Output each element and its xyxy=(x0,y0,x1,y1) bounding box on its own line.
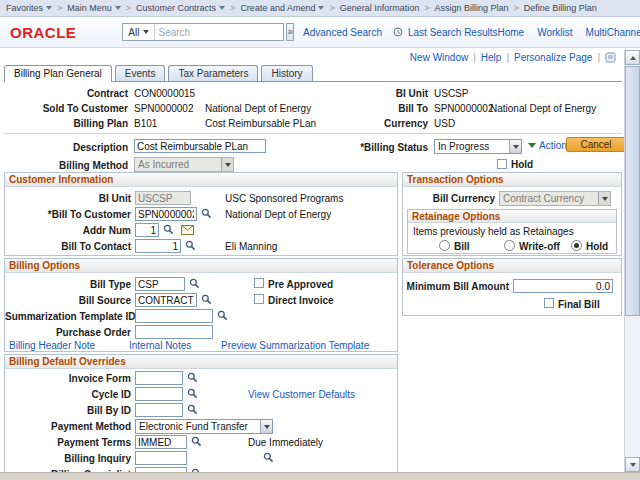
search-scope-select[interactable]: All xyxy=(123,24,155,40)
scrollbar-thumb[interactable] xyxy=(625,66,640,316)
chevron-down-icon xyxy=(260,420,272,433)
bill-to-contact-lookup-icon[interactable] xyxy=(185,240,197,252)
home-link[interactable]: Home xyxy=(497,27,524,38)
payment-terms-description: Due Immediately xyxy=(248,437,323,448)
breadcrumb-item-assign-billing-plan[interactable]: Assign Billing Plan xyxy=(435,3,509,13)
bottom-status-strip xyxy=(0,472,640,480)
description-input[interactable] xyxy=(134,139,266,153)
bi-unit-value: USCSP xyxy=(434,88,468,99)
scroll-down-button[interactable] xyxy=(625,457,640,472)
cancel-button[interactable]: Cancel xyxy=(566,137,626,152)
hold-checkbox[interactable] xyxy=(497,159,507,169)
header-nav: Home Worklist MultiChannel Console Add t… xyxy=(497,27,640,38)
scroll-up-button[interactable] xyxy=(625,50,640,65)
chevron-down-icon xyxy=(221,158,233,171)
sold-to-customer-value: SPN0000002 xyxy=(134,103,194,114)
bill-to-customer-lookup-icon[interactable] xyxy=(201,208,213,220)
breadcrumb-item-favorites[interactable]: Favorites xyxy=(6,3,52,13)
bi-unit-field-label: BI Unit xyxy=(5,193,131,204)
payment-terms-lookup-icon[interactable] xyxy=(191,436,203,448)
scroll-up-icon xyxy=(630,56,636,60)
pre-approved-checkbox[interactable] xyxy=(254,278,264,288)
cycle-id-lookup-icon[interactable] xyxy=(187,388,199,400)
addr-num-lookup-icon[interactable] xyxy=(163,224,175,236)
breadcrumb-item-create-and-amend[interactable]: Create and Amend xyxy=(240,3,324,13)
vertical-scrollbar[interactable] xyxy=(624,50,640,472)
bill-to-customer-input[interactable] xyxy=(135,207,197,221)
retainage-hold-radio[interactable] xyxy=(571,240,582,251)
invoice-form-label: Invoice Form xyxy=(5,373,131,384)
tab-tax-parameters[interactable]: Tax Parameters xyxy=(168,65,258,81)
bill-source-input[interactable] xyxy=(135,293,197,307)
divider xyxy=(4,133,622,134)
preview-summarization-template-link[interactable]: Preview Summarization Template xyxy=(221,340,369,351)
billing-status-label: *Billing Status xyxy=(300,142,428,153)
breadcrumb-separator: > xyxy=(514,3,519,13)
payment-method-select[interactable]: Electronic Fund Transfer xyxy=(135,419,273,434)
bill-source-lookup-icon[interactable] xyxy=(201,294,213,306)
bill-type-input[interactable] xyxy=(135,277,185,291)
breadcrumb-separator: > xyxy=(57,3,62,13)
invoice-form-lookup-icon[interactable] xyxy=(187,372,199,384)
tolerance-options-section: Tolerance Options Minimum Bill Amount Fi… xyxy=(402,258,622,316)
purchase-order-label: Purchase Order xyxy=(5,327,131,338)
billing-inquiry-input[interactable] xyxy=(135,451,187,465)
billing-status-select[interactable]: In Progress xyxy=(434,139,522,154)
breadcrumb-label: General Information xyxy=(340,3,420,13)
help-link[interactable]: Help xyxy=(481,52,502,63)
tab-history[interactable]: History xyxy=(261,65,312,81)
final-bill-checkbox[interactable] xyxy=(544,298,554,308)
addr-num-input[interactable] xyxy=(135,223,159,237)
breadcrumb-label: Favorites xyxy=(6,3,43,13)
bill-to-customer-description: National Dept of Energy xyxy=(225,209,331,220)
pre-approved-label: Pre Approved xyxy=(268,279,333,290)
address-envelope-icon[interactable] xyxy=(181,225,194,237)
worklist-link[interactable]: Worklist xyxy=(537,27,572,38)
billing-inquiry-lookup-icon[interactable] xyxy=(263,452,275,464)
invoice-form-input[interactable] xyxy=(135,371,183,385)
bill-by-id-input[interactable] xyxy=(135,403,183,417)
breadcrumb-item-define-billing-plan[interactable]: Define Billing Plan xyxy=(524,3,597,13)
billing-header-note-link[interactable]: Billing Header Note xyxy=(9,340,95,351)
breadcrumb-item-general-information[interactable]: General Information xyxy=(340,3,420,13)
cycle-id-input[interactable] xyxy=(135,387,183,401)
bill-to-label: Bill To xyxy=(330,103,428,114)
tab-billing-plan-general[interactable]: Billing Plan General xyxy=(4,65,112,82)
multichannel-console-link[interactable]: MultiChannel Console xyxy=(586,27,640,38)
description-label: Description xyxy=(0,142,128,153)
bill-currency-label: Bill Currency xyxy=(403,193,495,204)
breadcrumb-item-main-menu[interactable]: Main Menu xyxy=(67,3,121,13)
personalize-page-link[interactable]: Personalize Page xyxy=(514,52,592,63)
tolerance-options-title: Tolerance Options xyxy=(403,259,621,273)
payment-terms-input[interactable] xyxy=(135,435,187,449)
retainage-bill-radio[interactable] xyxy=(439,240,450,251)
tab-events[interactable]: Events xyxy=(115,65,166,81)
bill-type-label: Bill Type xyxy=(5,279,131,290)
new-window-link[interactable]: New Window xyxy=(410,52,468,63)
internal-notes-link[interactable]: Internal Notes xyxy=(129,340,191,351)
purchase-order-input[interactable] xyxy=(135,325,213,339)
contract-label: Contract xyxy=(0,88,128,99)
search-go-button[interactable]: » xyxy=(286,23,294,41)
bill-to-customer-field-label: *Bill To Customer xyxy=(5,209,131,220)
summarization-template-input[interactable] xyxy=(135,309,213,323)
billing-plan-name: Cost Reimbursable PLan xyxy=(205,118,316,129)
search-input[interactable] xyxy=(155,27,283,38)
minimum-bill-amount-label: Minimum Bill Amount xyxy=(403,281,509,292)
billing-method-select: As Incurred xyxy=(134,157,234,172)
page-links-separator: | xyxy=(506,52,509,63)
advanced-search-link[interactable]: Advanced Search xyxy=(303,27,382,38)
bill-by-id-lookup-icon[interactable] xyxy=(187,404,199,416)
bill-type-lookup-icon[interactable] xyxy=(189,278,201,290)
bill-to-contact-input[interactable] xyxy=(135,239,181,253)
view-customer-defaults-link[interactable]: View Customer Defaults xyxy=(248,389,355,400)
breadcrumb-item-customer-contracts[interactable]: Customer Contracts xyxy=(136,3,225,13)
minimum-bill-amount-input[interactable] xyxy=(513,279,613,293)
summarization-template-lookup-icon[interactable] xyxy=(217,310,229,322)
last-search-results-link[interactable]: Last Search Results xyxy=(408,27,498,38)
direct-invoice-checkbox[interactable] xyxy=(254,294,264,304)
copy-url-icon[interactable] xyxy=(605,52,616,63)
retainage-write-off-radio[interactable] xyxy=(504,240,515,251)
bill-source-label: Bill Source xyxy=(5,295,131,306)
bi-unit-input xyxy=(135,191,191,205)
